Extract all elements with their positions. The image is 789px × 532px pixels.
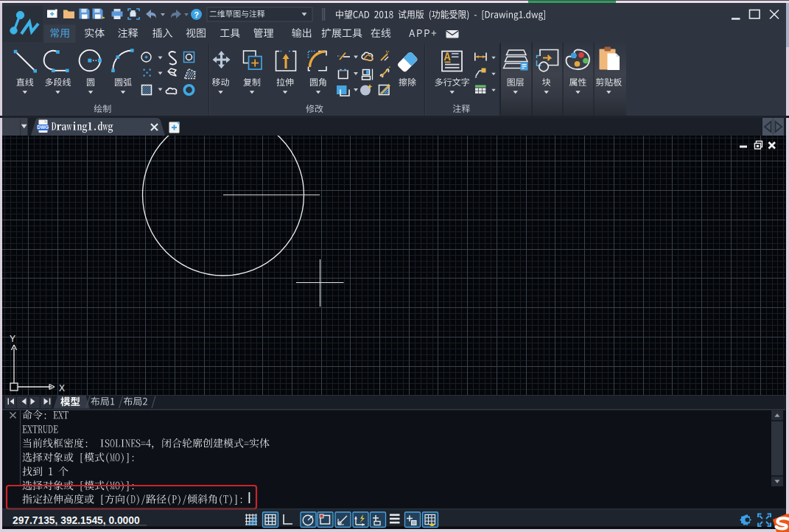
svg-text:Y: Y xyxy=(10,334,15,344)
svg-text:?: ? xyxy=(194,10,199,19)
svg-text:X: X xyxy=(59,383,65,393)
svg-text:297.7135, 392.1545, 0.0000: 297.7135, 392.1545, 0.0000 xyxy=(13,515,140,526)
svg-text:DWG: DWG xyxy=(37,125,49,130)
